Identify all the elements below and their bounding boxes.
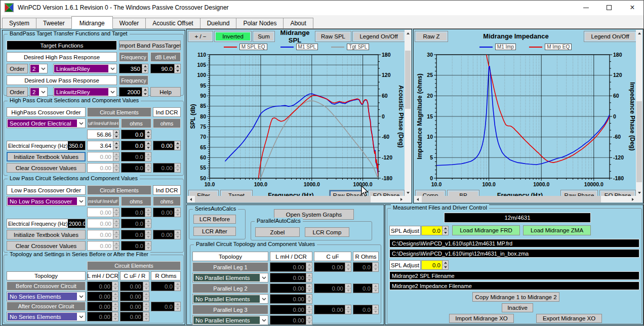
spin-up-button[interactable] [145, 152, 151, 156]
spin-up-button[interactable] [175, 282, 180, 286]
spin-down-button[interactable] [112, 306, 118, 311]
leg2-r-spinner[interactable]: 0.0 [353, 283, 379, 293]
spin-down-button[interactable] [113, 156, 119, 161]
hp-ohm-spinner[interactable]: 0.0 [121, 152, 151, 161]
spin-up-button[interactable] [442, 261, 448, 265]
hp-dcr-spinner[interactable]: 0.00 [153, 163, 181, 173]
scroll-down-button[interactable] [636, 189, 642, 196]
leg3-r-spinner[interactable]: 0.0 [353, 305, 379, 314]
leg2-l2-spinner[interactable]: 0.00 [270, 294, 312, 304]
lp-type-dropdown[interactable]: LinkwitzRiley [53, 87, 117, 97]
sum-button[interactable]: Sum [253, 31, 274, 42]
lp-crossover-order-dropdown[interactable]: No Low Pass Crossover [7, 196, 86, 206]
hp-ohm-spinner[interactable]: 0.0 [121, 130, 151, 139]
before-l-spinner[interactable]: 0.00 [87, 281, 118, 291]
spin-down-button[interactable] [442, 230, 448, 235]
spin-down-button[interactable] [345, 267, 351, 271]
spin-down-button[interactable] [306, 299, 312, 303]
hp-ohm-spinner[interactable]: 0.0 [121, 163, 151, 173]
lp-ohm-spinner[interactable]: 0.0 [121, 208, 151, 217]
leg2-c-spinner[interactable]: 0.00 [314, 283, 351, 293]
spin-down-button[interactable] [145, 168, 151, 172]
spin-up-button[interactable] [113, 241, 119, 246]
spin-down-button[interactable] [306, 288, 312, 293]
chevron-down-icon[interactable] [77, 292, 85, 301]
spin-up-button[interactable] [112, 282, 118, 286]
tab-about[interactable]: About [283, 18, 313, 28]
spin-down-button[interactable] [113, 223, 119, 228]
spin-down-button[interactable] [175, 234, 180, 239]
spin-down-button[interactable] [142, 92, 148, 96]
spin-up-button[interactable] [145, 164, 151, 168]
after-l-spinner[interactable]: 0.00 [87, 302, 118, 311]
spin-up-button[interactable] [112, 292, 118, 296]
before-c-spinner[interactable]: 0.00 [120, 281, 149, 291]
db-level-spinner[interactable]: 90.0 [150, 64, 181, 73]
scroll-up-button[interactable] [405, 30, 411, 36]
leg1-c-spinner[interactable]: 0.00 [314, 262, 351, 272]
spin-down-button[interactable] [112, 316, 118, 321]
spin-up-button[interactable] [175, 141, 180, 145]
spin-up-button[interactable] [175, 208, 180, 212]
spin-up-button[interactable] [175, 164, 180, 168]
export-midrange-xo-button[interactable]: Export Midrange XO [536, 314, 602, 323]
spl-adjust-spinner[interactable]: 0.0 [421, 226, 449, 235]
scroll-left-button[interactable] [414, 196, 421, 202]
minimize-button[interactable] [574, 0, 597, 15]
spin-up-button[interactable] [113, 219, 119, 223]
hp-value-spinner[interactable]: 3.64 [87, 141, 119, 150]
spin-up-button[interactable] [175, 64, 180, 68]
spin-down-button[interactable] [113, 134, 119, 139]
spin-down-button[interactable] [145, 212, 151, 217]
scroll-right-button[interactable] [398, 196, 405, 202]
leg1-l2-spinner[interactable]: 0.00 [270, 273, 312, 282]
spin-up-button[interactable] [142, 88, 148, 92]
spin-down-button[interactable] [145, 246, 151, 250]
scrollbar-thumb[interactable] [422, 196, 601, 202]
spin-down-button[interactable] [145, 234, 151, 239]
hp-value-spinner[interactable]: 0.00 [87, 163, 119, 173]
lp-frequency-spinner[interactable]: 2000 [119, 87, 148, 97]
load-midrange-frd-button[interactable]: Load Midrange FRD [452, 225, 520, 235]
scroll-right-button[interactable] [629, 196, 636, 202]
chevron-down-icon[interactable] [77, 197, 85, 206]
spin-down-button[interactable] [306, 267, 312, 271]
hp-dcr-spinner[interactable]: 0.00 [153, 141, 181, 150]
scrollbar-thumb[interactable] [636, 101, 642, 182]
hp-frequency-spinner[interactable]: 350 [119, 64, 148, 73]
tab-midrange[interactable]: Midrange [71, 16, 113, 29]
lp-dcr-spinner[interactable]: 0.00 [153, 230, 181, 239]
spin-up-button[interactable] [306, 273, 312, 277]
spin-down-button[interactable] [442, 265, 448, 269]
help-button[interactable]: Help [150, 87, 181, 97]
hp-order-button[interactable]: Order [7, 64, 28, 73]
chevron-down-icon[interactable] [39, 88, 47, 96]
spin-down-button[interactable] [306, 309, 312, 314]
import-midrange-xo-button[interactable]: Import Midrange XO [449, 314, 514, 323]
spin-up-button[interactable] [373, 284, 378, 288]
spin-down-button[interactable] [345, 309, 351, 314]
inverted-button[interactable]: Inverted [215, 31, 251, 42]
lp-value-spinner[interactable]: 0.00 [87, 241, 119, 251]
tab-polar-nodes[interactable]: Polar Nodes [236, 18, 284, 28]
spin-down-button[interactable] [345, 288, 351, 293]
scrollbar-thumb[interactable] [195, 196, 371, 202]
spin-down-button[interactable] [143, 306, 149, 311]
spin-down-button[interactable] [306, 320, 312, 324]
lp-initialize-textbook-button[interactable]: Initialize Textbook Values [7, 230, 86, 239]
spl-legend-toggle-button[interactable]: Legend On/Off [353, 31, 405, 42]
spin-up-button[interactable] [113, 164, 119, 168]
spin-down-button[interactable] [175, 306, 180, 311]
lcr-comp-button[interactable]: LCR Comp [305, 227, 349, 237]
maximize-button[interactable] [597, 0, 621, 15]
spin-up-button[interactable] [373, 305, 378, 309]
before-r-spinner[interactable]: 0.0 [151, 281, 181, 291]
spin-down-button[interactable] [145, 134, 151, 139]
spin-down-button[interactable] [143, 316, 149, 321]
spin-up-button[interactable] [145, 208, 151, 212]
spin-down-button[interactable] [112, 296, 118, 301]
spin-down-button[interactable] [145, 156, 151, 161]
raw-z-button[interactable]: Raw Z [415, 31, 448, 42]
spin-up-button[interactable] [145, 130, 151, 134]
spin-up-button[interactable] [145, 241, 151, 246]
